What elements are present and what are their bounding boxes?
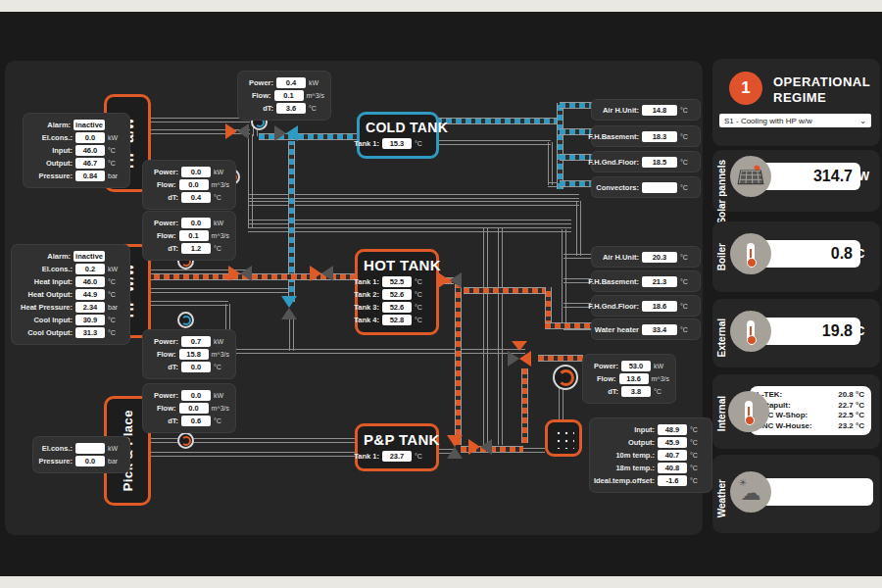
solar-panel-label: Solar pannels bbox=[716, 160, 727, 224]
cloud-sun-icon: ☀☁ bbox=[741, 482, 761, 503]
pipe bbox=[576, 201, 581, 256]
weather-panel: Weather ☀☁ bbox=[712, 455, 880, 533]
cold-pipe bbox=[436, 118, 562, 124]
power-box: Power:0.0kW Flow:0.0m^3/s dT:0.4°C bbox=[143, 161, 235, 209]
cold-tank: COLD TANK Tank 1:15.3°C bbox=[357, 112, 439, 159]
thermometer-icon bbox=[747, 243, 755, 265]
valve-icon[interactable] bbox=[508, 351, 531, 367]
internal-temp-row: CNC W-House:23.2 °C bbox=[757, 421, 864, 432]
value-field: 0.0 bbox=[179, 403, 209, 414]
pump-icon[interactable] bbox=[177, 312, 194, 328]
value-field: inactive bbox=[74, 120, 105, 130]
valve-icon[interactable] bbox=[447, 435, 463, 459]
tank-row: Tank 1:23.7°C bbox=[364, 451, 430, 462]
solar-panel: Solar pannels 314.7 kW bbox=[712, 150, 880, 212]
power-box: Power:0.0kW Flow:0.0m^3/s dT:0.6°C bbox=[143, 384, 235, 432]
weather-icon-circle: ☀☁ bbox=[730, 471, 771, 513]
regime-dropdown-value: S1 - Cooling with HP w/w bbox=[724, 117, 812, 125]
tank-temp-field: 52.6 bbox=[382, 289, 412, 300]
value-field: 53.0 bbox=[621, 361, 651, 371]
pipe bbox=[144, 438, 358, 443]
internal-temp-row: CNC W-Shop:22.5 °C bbox=[757, 411, 864, 421]
tank-row: Tank 3:52.6°C bbox=[364, 302, 430, 313]
bottom-letterbox bbox=[0, 576, 882, 588]
tank-temp-field: 52.5 bbox=[382, 276, 412, 287]
value-field: 14.8 bbox=[642, 105, 677, 116]
value-field: 46.0 bbox=[75, 145, 105, 156]
value-field: 2.34 bbox=[75, 302, 105, 313]
value-field: 0.6 bbox=[181, 416, 211, 426]
hot-pipe bbox=[521, 368, 528, 443]
value-field: 30.9 bbox=[75, 315, 105, 325]
regime-dropdown[interactable]: S1 - Cooling with HP w/w ⌄ bbox=[719, 114, 871, 127]
hot-tank: HOT TANK Tank 1:52.5°C Tank 2:52.6°C Tan… bbox=[355, 249, 439, 335]
external-icon-circle bbox=[730, 311, 771, 352]
sensor-row: Air H.Unit:14.8°C bbox=[592, 100, 700, 120]
value-field: 0.0 bbox=[75, 456, 105, 466]
pipe bbox=[436, 140, 551, 145]
operational-regime-panel: 1 OPERATIONAL REGIME S1 - Cooling with H… bbox=[712, 59, 880, 146]
value-field: 0.0 bbox=[75, 132, 105, 143]
cold-pipe bbox=[560, 180, 592, 187]
sensor-row: Water heater33.4°C bbox=[592, 319, 700, 339]
cold-pipe bbox=[557, 103, 564, 189]
value-field: -1.6 bbox=[658, 475, 687, 486]
pipe bbox=[248, 194, 579, 199]
pipe bbox=[248, 220, 571, 224]
power-box: Power:53.0kW Flow:13.6m^3/s dT:3.8°C bbox=[583, 355, 675, 403]
value-field bbox=[75, 443, 105, 454]
internal-icon-circle bbox=[728, 391, 769, 432]
value-field: 0.7 bbox=[181, 336, 211, 347]
valve-icon[interactable] bbox=[438, 272, 462, 288]
value-field: 18.3 bbox=[642, 131, 677, 142]
tank-row: Tank 4:52.8°C bbox=[364, 315, 430, 325]
scada-screen: { "colors": { "accent_orange": "#e05a28"… bbox=[0, 0, 882, 588]
tank-temp-field: 15.3 bbox=[382, 138, 412, 149]
pipe bbox=[225, 349, 525, 354]
pp-tank: P&P TANK Tank 1:23.7°C bbox=[355, 423, 439, 471]
value-field: 0.0 bbox=[181, 390, 211, 401]
value-field: 40.8 bbox=[658, 463, 687, 473]
tank-row: Tank 1:52.5°C bbox=[364, 276, 430, 287]
valve-icon[interactable] bbox=[228, 266, 252, 281]
tank-row: Tank 2:52.6°C bbox=[364, 289, 430, 300]
solar-panel-icon bbox=[737, 170, 763, 184]
external-label: External bbox=[716, 318, 727, 357]
valve-icon[interactable] bbox=[310, 266, 333, 281]
boiler-label: Boiler bbox=[716, 243, 727, 270]
power-box: Power:0.7kW Flow:15.8m^3/s dT:0.0°C bbox=[143, 330, 235, 378]
value-field: 0.84 bbox=[75, 171, 105, 181]
value-field: 0.0 bbox=[179, 179, 209, 190]
sensor-row: F.H.Basement:18.3°C bbox=[592, 126, 700, 146]
pump-icon[interactable] bbox=[177, 432, 194, 449]
valve-icon[interactable] bbox=[468, 439, 492, 455]
pump-icon[interactable] bbox=[553, 365, 578, 390]
valve-icon[interactable] bbox=[225, 123, 249, 139]
pick-place-info-box: El.cons.:kW Pressure:0.0bar bbox=[33, 437, 129, 472]
power-box: Power:0.0kW Flow:0.1m^3/s dT:1.2°C bbox=[143, 212, 235, 260]
thermometer-icon bbox=[745, 401, 753, 422]
tank-temp-field: 52.8 bbox=[382, 315, 412, 325]
pipe bbox=[483, 227, 488, 445]
ground-sensors-box: Input:48.9°C Output:45.9°C 10m temp.:40.… bbox=[590, 418, 711, 492]
power-box: Power:0.4kW Flow:0.1m^3/s dT:3.6°C bbox=[238, 72, 330, 120]
internal-label: Internal bbox=[716, 396, 727, 431]
value-field: 0.1 bbox=[179, 230, 209, 241]
valve-icon[interactable] bbox=[274, 125, 298, 141]
value-field: 45.9 bbox=[658, 437, 687, 448]
pipe bbox=[548, 142, 553, 185]
value-field: 31.3 bbox=[75, 327, 105, 338]
cold-pipe bbox=[560, 154, 592, 161]
heat-exchanger-icon[interactable] bbox=[545, 419, 582, 457]
value-field: 0.1 bbox=[274, 90, 304, 101]
pipe bbox=[248, 201, 579, 206]
value-field: 20.3 bbox=[642, 252, 677, 263]
internal-panel: Internal L-TEK:20.8 °C Katapult:22.7 °C … bbox=[712, 374, 880, 449]
value-field: 46.0 bbox=[75, 276, 105, 287]
value-field: 0.0 bbox=[181, 362, 211, 372]
value-field: 48.9 bbox=[658, 424, 687, 435]
valve-icon[interactable] bbox=[281, 296, 297, 319]
hot-pipe bbox=[464, 287, 550, 294]
value-field: 0.4 bbox=[181, 192, 211, 203]
cold-pipe bbox=[560, 128, 592, 135]
